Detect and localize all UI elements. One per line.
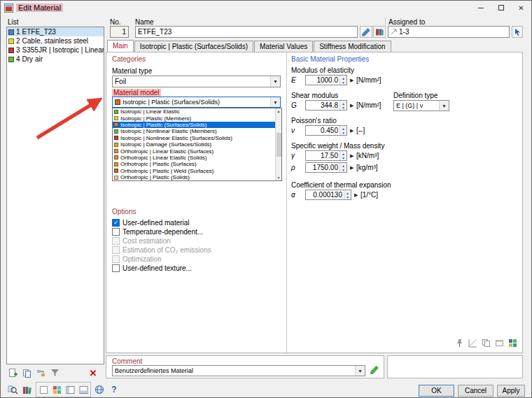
material-model-option[interactable]: Orthotropic | Plastic | Weld (Surfaces) (113, 168, 275, 174)
maximize-button[interactable] (491, 1, 511, 15)
poisson-input[interactable]: 0.450 ▲▼ (305, 125, 347, 136)
pencil-icon (362, 28, 370, 36)
layout-left-button[interactable] (64, 383, 76, 396)
globe-button[interactable] (93, 383, 106, 396)
material-model-option[interactable]: Orthotropic | Plastic (Solids) (113, 174, 275, 180)
help-button[interactable]: ? (108, 383, 120, 396)
specific-weight-input[interactable]: 17.50 ▲▼ (305, 150, 347, 161)
modulus-input[interactable]: 1000.0 ▲▼ (305, 75, 347, 85)
title-bar[interactable]: Edit Material ✕ (1, 1, 531, 15)
rename-button[interactable] (360, 26, 372, 38)
tab-label: Isotropic | Plastic (Surfaces/Solids) (140, 43, 248, 50)
unit-caret-icon[interactable]: ▶ (350, 78, 354, 83)
material-list[interactable]: 1 ETFE_T23 2 Cable, stainless steel 3 S3… (6, 27, 104, 364)
checkbox-icon[interactable] (112, 264, 120, 272)
pin-button[interactable] (454, 337, 465, 348)
copy-icon (22, 369, 31, 378)
definition-type-select[interactable]: E | (G) | ν ▼ (393, 100, 449, 111)
checkbox-icon[interactable] (112, 219, 120, 227)
specific-weight-label: Specific weight / Mass density (291, 142, 384, 150)
unit-caret-icon[interactable]: ▶ (350, 103, 354, 108)
tab-main[interactable]: Main (107, 40, 134, 52)
unit-caret-icon[interactable]: ▶ (350, 153, 354, 159)
diagram-icon (468, 339, 477, 348)
delete-material-button[interactable]: ✕ (87, 367, 99, 379)
material-color-swatch (8, 38, 14, 44)
material-model-option[interactable]: Orthotropic | Linear Elastic (Surfaces) (113, 148, 275, 154)
material-number: 2 (16, 37, 20, 45)
list-item[interactable]: 4 Dry air (7, 55, 104, 64)
color-swatch-button[interactable] (37, 383, 50, 396)
material-model-option[interactable]: Orthotropic | Plastic (Surfaces) (113, 161, 275, 167)
list-item[interactable]: 1 ETFE_T23 (7, 27, 104, 36)
unit-caret-icon[interactable]: ▶ (350, 165, 354, 171)
mass-density-input[interactable]: 1750.00 ▲▼ (305, 162, 347, 173)
list-item[interactable]: 2 Cable, stainless steel (7, 36, 104, 45)
select-objects-button[interactable] (512, 26, 523, 38)
checkbox-icon[interactable] (112, 228, 120, 236)
spinner-icon[interactable]: ▲▼ (340, 126, 346, 135)
layout-left-icon (66, 385, 75, 395)
assigned-to-field[interactable]: 1-3 (388, 26, 510, 38)
search-button[interactable] (48, 367, 61, 379)
spinner-icon[interactable]: ▲▼ (340, 101, 346, 110)
name-input[interactable]: ETFE_T23 (135, 26, 358, 38)
material-model-select[interactable]: Isotropic | Plastic (Surfaces/Solids) ▼ (112, 97, 281, 108)
material-model-option[interactable]: Isotropic | Nonlinear Elastic (Members) (113, 128, 275, 134)
apply-button[interactable]: Apply (497, 385, 525, 397)
renumber-button[interactable] (34, 367, 47, 379)
chevron-down-icon[interactable]: ▼ (355, 366, 365, 376)
layout-bottom-button[interactable] (77, 383, 90, 396)
scroll-up-icon[interactable]: ▲ (277, 109, 281, 113)
unit-caret-icon[interactable]: ▶ (354, 192, 358, 198)
chevron-down-icon[interactable]: ▼ (439, 101, 449, 111)
checkbox-label: User-defined material (122, 219, 190, 227)
library-button[interactable] (373, 26, 386, 38)
detach-window-button[interactable] (493, 337, 505, 348)
list-item[interactable]: 3 S355JR | Isotropic | Linear Elastic (7, 45, 104, 55)
chevron-down-icon[interactable]: ▼ (270, 97, 280, 107)
comment-select[interactable]: Benutzerdefiniertes Material ▼ (112, 365, 365, 376)
spinner-icon[interactable]: ▲▼ (340, 76, 346, 85)
material-model-option[interactable]: Isotropic | Damage (Surfaces/Solids) (113, 141, 275, 148)
shear-input[interactable]: 344.8 ▲▼ (305, 100, 347, 111)
option-label: Orthotropic | Linear Elastic (Solids) (120, 155, 206, 161)
material-model-option-selected[interactable]: Isotropic | Plastic (Surfaces/Solids) (113, 122, 275, 128)
material-model-option[interactable]: Orthotropic | Linear Elastic (Solids) (113, 155, 275, 161)
spinner-icon[interactable]: ▲▼ (340, 163, 346, 172)
material-type-select[interactable]: Foil ▼ (112, 76, 281, 87)
checkbox-icon (112, 237, 120, 245)
tab-isotropic-plastic[interactable]: Isotropic | Plastic (Surfaces/Solids) (134, 41, 253, 52)
dropdown-scrollbar[interactable]: ▲ ▼ (275, 108, 281, 180)
cancel-button[interactable]: Cancel (458, 385, 493, 397)
color-table-button[interactable] (507, 337, 518, 348)
close-button[interactable]: ✕ (511, 1, 531, 15)
checkbox-user-defined-material[interactable]: User-defined material (112, 218, 281, 227)
copy-material-button[interactable] (20, 367, 33, 379)
spinner-icon[interactable]: ▲▼ (344, 190, 351, 199)
palette-button[interactable] (50, 383, 63, 396)
copy-properties-button[interactable] (480, 337, 491, 348)
checkbox-temperature-dependent[interactable]: Temperature-dependent... (112, 227, 281, 236)
new-material-button[interactable] (6, 367, 19, 379)
material-model-option[interactable]: Isotropic | Nonlinear Elastic (Surfaces/… (113, 135, 275, 141)
scroll-down-icon[interactable]: ▼ (277, 176, 281, 180)
tab-material-values[interactable]: Material Values (254, 41, 313, 52)
material-library-button[interactable] (21, 383, 34, 396)
material-model-option[interactable]: Isotropic | Linear Elastic (113, 108, 275, 115)
thermal-expansion-input[interactable]: 0.000130 ▲▼ (305, 190, 351, 200)
spinner-icon[interactable]: ▲▼ (340, 151, 346, 160)
find-material-button[interactable] (6, 383, 19, 396)
tab-stiffness-modification[interactable]: Stiffness Modification (314, 41, 391, 52)
maximize-icon (498, 5, 504, 10)
edit-comment-button[interactable] (370, 365, 379, 376)
scrollbar-thumb[interactable] (276, 133, 281, 157)
unit-caret-icon[interactable]: ▶ (350, 128, 354, 134)
checkbox-user-defined-texture[interactable]: User-defined texture... (112, 264, 281, 273)
chevron-down-icon[interactable]: ▼ (270, 76, 280, 87)
material-model-option[interactable]: Isotropic | Plastic (Members) (113, 115, 275, 121)
poisson-value: 0.450 (306, 126, 340, 135)
minimize-button[interactable] (470, 1, 491, 15)
diagram-button[interactable] (467, 337, 478, 348)
ok-button[interactable]: OK (419, 385, 454, 397)
